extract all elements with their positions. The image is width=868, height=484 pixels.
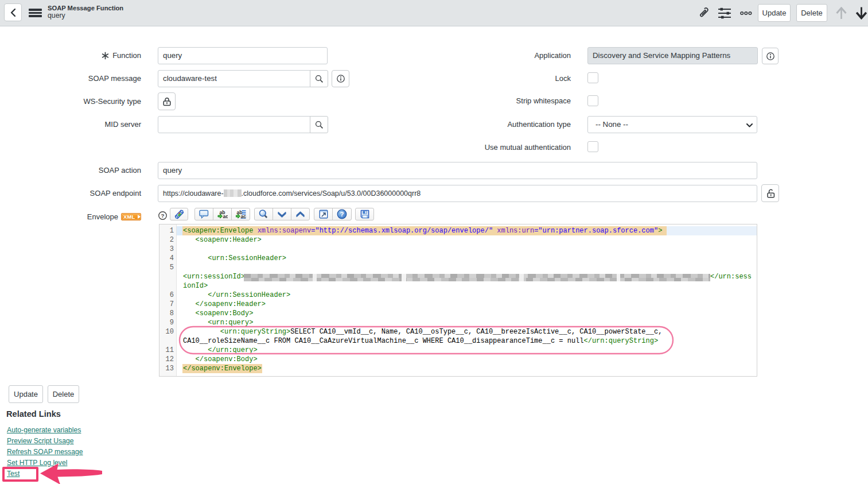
svg-text:?: ? bbox=[340, 211, 344, 218]
svg-text:?: ? bbox=[161, 212, 164, 219]
svg-text:ac: ac bbox=[223, 214, 228, 219]
svg-text:ac: ac bbox=[240, 214, 246, 219]
